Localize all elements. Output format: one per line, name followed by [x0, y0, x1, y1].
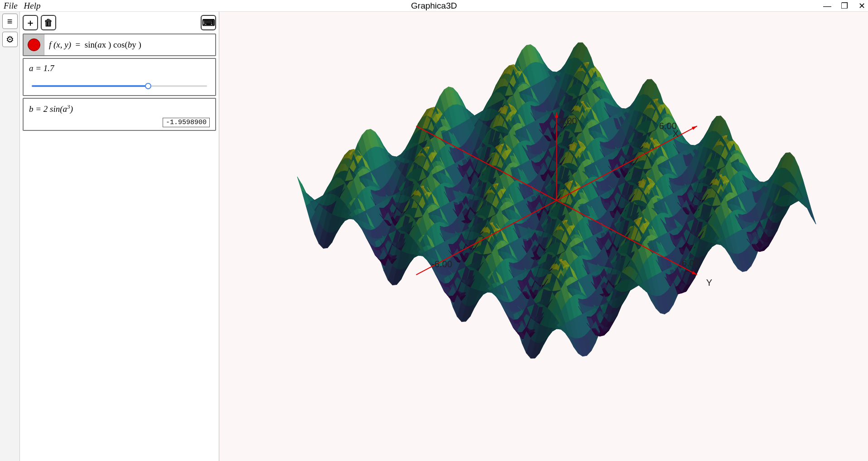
surface-canvas[interactable] [219, 12, 868, 461]
delete-button[interactable]: 🗑 [41, 15, 56, 30]
parameter-a-label: a = 1.7 [29, 63, 210, 73]
function-formula[interactable]: f (x, y) = sin(ax ) cos(by ) [44, 34, 215, 55]
menu-file[interactable]: File [4, 1, 18, 11]
window-controls: — ❐ ✕ [823, 0, 866, 12]
title-bar: File Help Graphica3D — ❐ ✕ [0, 0, 868, 12]
menu-icon[interactable]: ≡ [2, 14, 18, 29]
add-button[interactable]: ＋ [23, 15, 38, 30]
algebra-sidebar: ＋ 🗑 ⌨ f (x, y) = sin(ax ) cos(by ) a = 1 [20, 12, 219, 461]
keyboard-button[interactable]: ⌨ [201, 15, 216, 30]
left-rail: ≡ ⚙ [0, 12, 20, 461]
function-card[interactable]: f (x, y) = sin(ax ) cos(by ) [23, 34, 216, 56]
sidebar-toolbar: ＋ 🗑 ⌨ [23, 14, 216, 32]
viewport-3d[interactable]: X Y -6.00 6.00 6.00 4.00 [219, 12, 868, 461]
app-title: Graphica3D [0, 1, 868, 11]
close-button[interactable]: ✕ [857, 1, 866, 11]
menu-bar: File Help [0, 1, 41, 11]
parameter-b-value: -1.9598900 [163, 118, 210, 127]
maximize-button[interactable]: ❐ [840, 1, 849, 11]
minimize-button[interactable]: — [823, 1, 832, 11]
circle-icon [28, 38, 40, 51]
menu-help[interactable]: Help [24, 1, 41, 11]
parameter-a-card[interactable]: a = 1.7 [23, 58, 216, 96]
settings-icon[interactable]: ⚙ [2, 32, 18, 47]
app-body: ≡ ⚙ ＋ 🗑 ⌨ f (x, y) = sin(ax ) cos(by ) [0, 12, 868, 461]
parameter-b-expression: b = 2 sin(a3) [29, 103, 210, 114]
function-color-swatch[interactable] [24, 34, 44, 55]
parameter-a-slider[interactable] [32, 85, 207, 87]
parameter-b-card[interactable]: b = 2 sin(a3) -1.9598900 [23, 98, 216, 131]
